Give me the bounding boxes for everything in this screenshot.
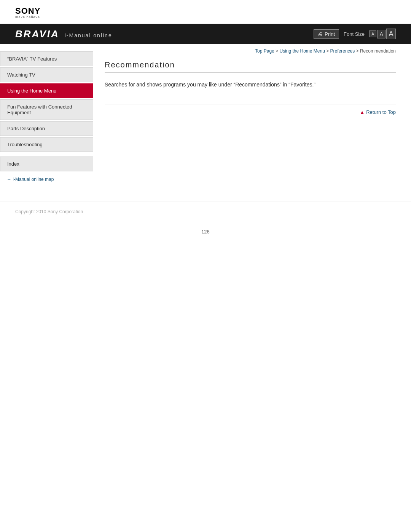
sidebar: “BRAVIA” TV Features Watching TV Using t… [0, 44, 93, 190]
sidebar-map-link[interactable]: → i-Manual online map [0, 177, 93, 182]
nav-bar: BRAVIA i-Manual online 🖨 Print Font Size… [0, 24, 411, 44]
return-to-top-link[interactable]: ▲Return to Top [360, 109, 396, 115]
return-top-triangle-icon: ▲ [360, 109, 365, 115]
breadcrumb-preferences[interactable]: Preferences [330, 48, 355, 54]
page-title-section: Recommendation [105, 61, 396, 73]
sony-tagline: make.believe [15, 15, 396, 19]
sony-logo: SONY [15, 7, 396, 15]
breadcrumb-sep2: > [326, 48, 330, 54]
font-size-controls: A A A [369, 29, 396, 39]
footer: Copyright 2010 Sony Corporation [0, 201, 411, 221]
sidebar-item-index[interactable]: Index [0, 157, 93, 171]
sidebar-item-parts-description[interactable]: Parts Description [0, 121, 93, 136]
nav-bar-left: BRAVIA i-Manual online [15, 28, 112, 40]
map-link-label: i-Manual online map [13, 177, 54, 182]
sidebar-item-watching-tv[interactable]: Watching TV [0, 67, 93, 82]
imanual-map-link[interactable]: → i-Manual online map [7, 177, 54, 182]
font-size-small-button[interactable]: A [369, 30, 376, 37]
font-size-large-button[interactable]: A [386, 29, 396, 39]
sidebar-item-using-home-menu[interactable]: Using the Home Menu [0, 83, 93, 98]
copyright-text: Copyright 2010 Sony Corporation [15, 209, 83, 214]
return-top-area: ▲Return to Top [105, 104, 396, 115]
content-area: Top Page > Using the Home Menu > Prefere… [93, 44, 411, 190]
breadcrumb-sep3: > [356, 48, 360, 54]
logo-area: SONY make.believe [0, 0, 411, 24]
page-number: 126 [0, 221, 411, 242]
nav-bar-right: 🖨 Print Font Size A A A [314, 29, 396, 39]
font-size-label: Font Size [344, 31, 365, 37]
print-button[interactable]: 🖨 Print [314, 29, 339, 39]
map-link-arrow: → [7, 177, 11, 182]
main-layout: “BRAVIA” TV Features Watching TV Using t… [0, 44, 411, 190]
breadcrumb-sep1: > [276, 48, 279, 54]
print-icon: 🖨 [318, 31, 323, 37]
imanual-label: i-Manual online [65, 32, 112, 38]
return-top-label: Return to Top [366, 109, 396, 115]
print-label: Print [325, 31, 335, 37]
sidebar-item-fun-features[interactable]: Fun Features with Connected Equipment [0, 99, 93, 120]
font-size-medium-button[interactable]: A [377, 30, 386, 38]
sidebar-item-troubleshooting[interactable]: Troubleshooting [0, 137, 93, 152]
breadcrumb: Top Page > Using the Home Menu > Prefere… [105, 48, 396, 54]
breadcrumb-using-home-menu[interactable]: Using the Home Menu [279, 48, 325, 54]
breadcrumb-current: Recommendation [360, 48, 396, 54]
breadcrumb-top-page[interactable]: Top Page [255, 48, 274, 54]
page-title: Recommendation [105, 61, 396, 69]
sidebar-item-bravia-features[interactable]: “BRAVIA” TV Features [0, 51, 93, 66]
bravia-logo: BRAVIA [15, 28, 59, 40]
body-text: Searches for and shows programs you may … [105, 80, 396, 89]
